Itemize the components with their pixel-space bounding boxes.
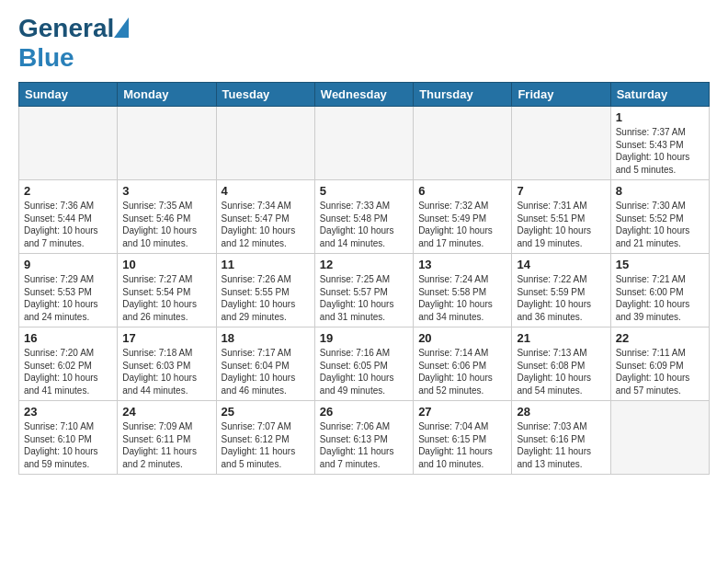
calendar-week-1: 2Sunrise: 7:36 AM Sunset: 5:44 PM Daylig… (19, 180, 710, 254)
day-number: 23 (24, 405, 112, 419)
page-container: General Blue SundayMondayTuesdayWednesda… (0, 0, 728, 484)
calendar-day: 13Sunrise: 7:24 AM Sunset: 5:58 PM Dayli… (414, 254, 512, 327)
day-info: Sunrise: 7:18 AM Sunset: 6:03 PM Dayligh… (122, 347, 210, 396)
day-info: Sunrise: 7:36 AM Sunset: 5:44 PM Dayligh… (24, 200, 112, 249)
logo-arrow-icon (114, 17, 129, 38)
calendar-week-4: 23Sunrise: 7:10 AM Sunset: 6:10 PM Dayli… (19, 401, 710, 475)
day-number: 20 (418, 331, 506, 345)
calendar-day: 7Sunrise: 7:31 AM Sunset: 5:51 PM Daylig… (512, 180, 610, 254)
day-info: Sunrise: 7:22 AM Sunset: 5:59 PM Dayligh… (517, 273, 605, 323)
day-number: 14 (517, 258, 605, 271)
day-info: Sunrise: 7:20 AM Sunset: 6:02 PM Dayligh… (24, 347, 112, 396)
calendar-day: 15Sunrise: 7:21 AM Sunset: 6:00 PM Dayli… (610, 254, 709, 327)
calendar-day (216, 107, 314, 180)
day-info: Sunrise: 7:06 AM Sunset: 6:13 PM Dayligh… (320, 420, 408, 470)
calendar-day: 4Sunrise: 7:34 AM Sunset: 5:47 PM Daylig… (216, 180, 314, 254)
day-info: Sunrise: 7:13 AM Sunset: 6:08 PM Dayligh… (517, 347, 605, 396)
calendar-week-0: 1Sunrise: 7:37 AM Sunset: 5:43 PM Daylig… (19, 107, 710, 180)
calendar-day: 16Sunrise: 7:20 AM Sunset: 6:02 PM Dayli… (19, 327, 118, 401)
day-info: Sunrise: 7:07 AM Sunset: 6:12 PM Dayligh… (222, 420, 310, 470)
calendar-day: 17Sunrise: 7:18 AM Sunset: 6:03 PM Dayli… (118, 327, 216, 401)
calendar-day: 24Sunrise: 7:09 AM Sunset: 6:11 PM Dayli… (118, 401, 216, 475)
weekday-header-thursday: Thursday (414, 83, 512, 107)
day-number: 6 (418, 184, 506, 198)
day-info: Sunrise: 7:26 AM Sunset: 5:55 PM Dayligh… (222, 273, 310, 323)
day-info: Sunrise: 7:09 AM Sunset: 6:11 PM Dayligh… (122, 420, 210, 470)
day-info: Sunrise: 7:30 AM Sunset: 5:52 PM Dayligh… (616, 200, 704, 249)
weekday-header-row: SundayMondayTuesdayWednesdayThursdayFrid… (19, 83, 710, 107)
calendar-day: 11Sunrise: 7:26 AM Sunset: 5:55 PM Dayli… (216, 254, 314, 327)
day-number: 9 (24, 258, 112, 271)
logo-general: General (18, 14, 114, 42)
day-number: 7 (517, 184, 605, 198)
day-number: 24 (122, 405, 210, 419)
day-info: Sunrise: 7:27 AM Sunset: 5:54 PM Dayligh… (122, 273, 210, 323)
weekday-header-tuesday: Tuesday (216, 83, 314, 107)
day-number: 1 (616, 110, 704, 124)
day-info: Sunrise: 7:32 AM Sunset: 5:49 PM Dayligh… (418, 200, 506, 249)
day-number: 27 (418, 405, 506, 419)
calendar-day: 9Sunrise: 7:29 AM Sunset: 5:53 PM Daylig… (19, 254, 118, 327)
day-info: Sunrise: 7:35 AM Sunset: 5:46 PM Dayligh… (122, 200, 210, 249)
weekday-header-wednesday: Wednesday (314, 83, 413, 107)
day-info: Sunrise: 7:14 AM Sunset: 6:06 PM Dayligh… (418, 347, 506, 396)
day-number: 11 (222, 258, 310, 271)
weekday-header-sunday: Sunday (19, 83, 118, 107)
weekday-header-monday: Monday (118, 83, 216, 107)
day-number: 19 (320, 331, 408, 345)
day-number: 25 (222, 405, 310, 419)
calendar-day: 14Sunrise: 7:22 AM Sunset: 5:59 PM Dayli… (512, 254, 610, 327)
day-info: Sunrise: 7:33 AM Sunset: 5:48 PM Dayligh… (320, 200, 408, 249)
day-number: 16 (24, 331, 112, 345)
day-number: 4 (222, 184, 310, 198)
day-info: Sunrise: 7:11 AM Sunset: 6:09 PM Dayligh… (616, 347, 704, 396)
day-info: Sunrise: 7:25 AM Sunset: 5:57 PM Dayligh… (320, 273, 408, 323)
day-number: 28 (517, 405, 605, 419)
calendar-day: 10Sunrise: 7:27 AM Sunset: 5:54 PM Dayli… (118, 254, 216, 327)
calendar-day: 1Sunrise: 7:37 AM Sunset: 5:43 PM Daylig… (610, 107, 709, 180)
day-number: 5 (320, 184, 408, 198)
calendar-table: SundayMondayTuesdayWednesdayThursdayFrid… (18, 82, 710, 475)
calendar-week-3: 16Sunrise: 7:20 AM Sunset: 6:02 PM Dayli… (19, 327, 710, 401)
day-info: Sunrise: 7:24 AM Sunset: 5:58 PM Dayligh… (418, 273, 506, 323)
calendar-day (414, 107, 512, 180)
day-info: Sunrise: 7:29 AM Sunset: 5:53 PM Dayligh… (24, 273, 112, 323)
calendar-day: 12Sunrise: 7:25 AM Sunset: 5:57 PM Dayli… (314, 254, 413, 327)
calendar-day: 5Sunrise: 7:33 AM Sunset: 5:48 PM Daylig… (314, 180, 413, 254)
calendar-day: 27Sunrise: 7:04 AM Sunset: 6:15 PM Dayli… (414, 401, 512, 475)
calendar-day: 26Sunrise: 7:06 AM Sunset: 6:13 PM Dayli… (314, 401, 413, 475)
day-number: 2 (24, 184, 112, 198)
calendar-day: 20Sunrise: 7:14 AM Sunset: 6:06 PM Dayli… (414, 327, 512, 401)
day-info: Sunrise: 7:34 AM Sunset: 5:47 PM Dayligh… (222, 200, 310, 249)
day-info: Sunrise: 7:04 AM Sunset: 6:15 PM Dayligh… (418, 420, 506, 470)
day-number: 15 (616, 258, 704, 271)
calendar-week-2: 9Sunrise: 7:29 AM Sunset: 5:53 PM Daylig… (19, 254, 710, 327)
calendar-day: 2Sunrise: 7:36 AM Sunset: 5:44 PM Daylig… (19, 180, 118, 254)
day-info: Sunrise: 7:16 AM Sunset: 6:05 PM Dayligh… (320, 347, 408, 396)
day-number: 3 (122, 184, 210, 198)
calendar-day (118, 107, 216, 180)
calendar-day: 25Sunrise: 7:07 AM Sunset: 6:12 PM Dayli… (216, 401, 314, 475)
day-number: 8 (616, 184, 704, 198)
day-info: Sunrise: 7:21 AM Sunset: 6:00 PM Dayligh… (616, 273, 704, 323)
calendar-day: 18Sunrise: 7:17 AM Sunset: 6:04 PM Dayli… (216, 327, 314, 401)
day-number: 10 (122, 258, 210, 271)
day-number: 13 (418, 258, 506, 271)
calendar-day: 19Sunrise: 7:16 AM Sunset: 6:05 PM Dayli… (314, 327, 413, 401)
calendar-day: 28Sunrise: 7:03 AM Sunset: 6:16 PM Dayli… (512, 401, 610, 475)
day-number: 12 (320, 258, 408, 271)
weekday-header-saturday: Saturday (610, 83, 709, 107)
logo: General Blue (18, 14, 114, 73)
calendar-day: 21Sunrise: 7:13 AM Sunset: 6:08 PM Dayli… (512, 327, 610, 401)
weekday-header-friday: Friday (512, 83, 610, 107)
day-info: Sunrise: 7:10 AM Sunset: 6:10 PM Dayligh… (24, 420, 112, 470)
calendar-day (610, 401, 709, 475)
calendar-day: 3Sunrise: 7:35 AM Sunset: 5:46 PM Daylig… (118, 180, 216, 254)
day-info: Sunrise: 7:03 AM Sunset: 6:16 PM Dayligh… (517, 420, 605, 470)
calendar-day (512, 107, 610, 180)
calendar-day (19, 107, 118, 180)
day-info: Sunrise: 7:31 AM Sunset: 5:51 PM Dayligh… (517, 200, 605, 249)
calendar-day: 23Sunrise: 7:10 AM Sunset: 6:10 PM Dayli… (19, 401, 118, 475)
day-number: 22 (616, 331, 704, 345)
day-number: 17 (122, 331, 210, 345)
